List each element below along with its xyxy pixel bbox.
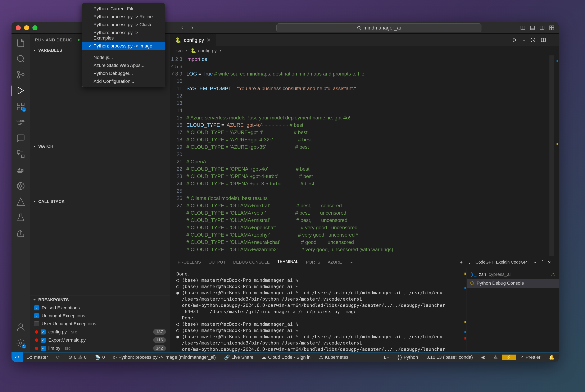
kubernetes-indicator[interactable]: ⚠ Kubernetes bbox=[315, 354, 352, 360]
svg-rect-14 bbox=[17, 107, 20, 110]
search-sidebar-icon[interactable] bbox=[16, 54, 26, 64]
chat-icon[interactable] bbox=[16, 133, 26, 143]
codegpt-action[interactable]: CodeGPT: Explain CodeGPT bbox=[475, 260, 529, 264]
debug-config-dropdown[interactable]: ✓Python: Current File✓Python: process.py… bbox=[82, 3, 165, 87]
dropdown-item[interactable]: Azure Static Web Apps... bbox=[82, 62, 165, 70]
warning-highlighted-icon[interactable]: ⚡ bbox=[502, 354, 516, 360]
close-tab-icon[interactable]: ✕ bbox=[206, 37, 211, 43]
eol-indicator[interactable]: LF bbox=[380, 354, 394, 360]
breakpoint-option[interactable]: User Uncaught Exceptions bbox=[30, 320, 170, 328]
warning-status-icon[interactable]: ⚠ bbox=[490, 354, 502, 360]
terminal-item-zsh[interactable]: ❯_ zsh cypress_ai ⚠ bbox=[467, 270, 559, 279]
dropdown-item[interactable]: ✓Python: Current File bbox=[82, 5, 165, 13]
dropdown-item[interactable]: Add Configuration... bbox=[82, 78, 165, 85]
codegpt-icon[interactable]: CODEGPT bbox=[16, 117, 26, 128]
svg-point-9 bbox=[17, 71, 20, 74]
split-editor-icon[interactable] bbox=[541, 37, 546, 43]
more-terminal-icon[interactable]: ⋯ bbox=[534, 260, 538, 265]
svg-rect-6 bbox=[550, 28, 552, 30]
command-center[interactable]: mindmanager_ai bbox=[276, 24, 482, 32]
breakpoint-option[interactable]: ✓Uncaught Exceptions bbox=[30, 312, 170, 320]
explorer-icon[interactable] bbox=[16, 38, 26, 48]
dropdown-item[interactable]: ✓Python: process.py -> Examples bbox=[82, 29, 165, 42]
tab-ports[interactable]: PORTS bbox=[306, 260, 320, 264]
breakpoint-file[interactable]: ✓ExportMermaid.py116 bbox=[30, 336, 170, 344]
close-window[interactable] bbox=[16, 25, 21, 30]
terminal-list: ❯_ zsh cypress_ai ⚠ ⌬ Python Debug Conso… bbox=[466, 268, 559, 352]
svg-rect-5 bbox=[552, 26, 554, 28]
prettier-indicator[interactable]: ✓ Prettier bbox=[516, 354, 544, 360]
tab-azure[interactable]: AZURE bbox=[328, 260, 342, 264]
remote-indicator[interactable] bbox=[12, 352, 23, 362]
minimize-window[interactable] bbox=[24, 25, 29, 30]
breadcrumb[interactable]: src 🐍 config.py ... bbox=[170, 46, 559, 56]
dropdown-item[interactable]: ✓Python: process.py -> Cluster bbox=[82, 21, 165, 29]
sync-indicator[interactable]: ⟳ bbox=[52, 354, 64, 360]
notifications-icon[interactable]: 🔔 bbox=[544, 354, 559, 360]
watch-section[interactable]: WATCH bbox=[30, 142, 170, 150]
problems-indicator[interactable]: ⊘ 0 ⚠ 0 bbox=[64, 354, 91, 360]
zoom-window[interactable] bbox=[32, 25, 38, 30]
source-control-icon[interactable] bbox=[16, 70, 26, 80]
chevron-right-icon bbox=[219, 49, 222, 53]
svg-point-10 bbox=[17, 76, 20, 78]
dropdown-item[interactable]: ✓Python: process.py -> Image bbox=[82, 42, 165, 50]
start-debug-icon[interactable] bbox=[76, 37, 82, 43]
new-terminal-icon[interactable]: ＋ bbox=[459, 260, 464, 265]
dropdown-item[interactable]: Node.js... bbox=[82, 54, 165, 62]
breakpoint-file[interactable]: ✓llm.pysrc142 bbox=[30, 344, 170, 352]
svg-rect-2 bbox=[530, 26, 534, 30]
breakpoint-file[interactable]: ✓config.pysrc187 bbox=[30, 328, 170, 336]
terminal-item-python-debug[interactable]: ⌬ Python Debug Console bbox=[467, 279, 559, 288]
cloud-code-indicator[interactable]: ☁ Cloud Code - Sign in bbox=[258, 354, 315, 360]
layout-customize-icon[interactable] bbox=[549, 25, 554, 30]
layout-sidebar-right-icon[interactable] bbox=[540, 25, 545, 30]
settings-icon[interactable]: 1 bbox=[16, 338, 26, 348]
close-panel-icon[interactable]: ✕ bbox=[548, 260, 551, 265]
kubernetes-icon[interactable] bbox=[16, 181, 26, 191]
nav-back-icon[interactable] bbox=[180, 25, 185, 30]
run-debug-icon[interactable] bbox=[16, 86, 26, 96]
layout-panel-icon[interactable] bbox=[530, 25, 535, 30]
chevron-down-icon[interactable]: ⌄ bbox=[522, 38, 525, 42]
more-icon[interactable]: ⋯ bbox=[551, 38, 554, 42]
account-icon[interactable] bbox=[16, 322, 26, 332]
tab-terminal[interactable]: TERMINAL bbox=[277, 259, 298, 265]
python-version-indicator[interactable]: 3.10.13 ('base': conda) bbox=[422, 354, 477, 360]
branch-indicator[interactable]: ⎇ master bbox=[23, 354, 52, 360]
svg-rect-17 bbox=[22, 155, 24, 158]
code-editor[interactable]: 1 2 3 4 5 6 7 8 9 10 11 12 13 14 15 16 1… bbox=[170, 56, 559, 256]
chevron-down-icon[interactable]: ⌄ bbox=[468, 260, 471, 265]
nav-forward-icon[interactable] bbox=[190, 25, 195, 30]
maximize-panel-icon[interactable]: ˆ bbox=[542, 260, 543, 264]
history-icon[interactable] bbox=[530, 37, 536, 43]
share-icon[interactable] bbox=[16, 229, 26, 239]
azure-icon[interactable] bbox=[16, 197, 26, 207]
run-file-icon[interactable] bbox=[512, 37, 518, 43]
callstack-section[interactable]: CALL STACK bbox=[30, 198, 170, 206]
tab-problems[interactable]: PROBLEMS bbox=[178, 260, 201, 264]
marker-strip[interactable] bbox=[554, 56, 559, 256]
terminal-content[interactable]: Done. ◯ (base) master@MacBook-Pro mindma… bbox=[170, 268, 464, 352]
panel-tabs: PROBLEMS OUTPUT DEBUG CONSOLE TERMINAL P… bbox=[170, 256, 559, 268]
debug-config-indicator[interactable]: ▷ Python: process.py -> Image (mindmanag… bbox=[109, 354, 220, 360]
editor-tab[interactable]: 🐍 config.py ✕ bbox=[170, 34, 216, 46]
testing-icon[interactable] bbox=[16, 213, 26, 223]
minimap[interactable] bbox=[550, 56, 554, 256]
copilot-icon[interactable]: ◉ bbox=[477, 354, 490, 360]
extensions-icon[interactable]: 1 bbox=[16, 102, 26, 112]
breakpoint-option[interactable]: ✓Raised Exceptions bbox=[30, 304, 170, 312]
code-content[interactable]: import os LOG = True # write source mind… bbox=[186, 56, 550, 256]
language-indicator[interactable]: { } Python bbox=[393, 354, 422, 360]
docker-icon[interactable] bbox=[16, 165, 26, 175]
liveshare-indicator[interactable]: 🔗 Live Share bbox=[220, 354, 258, 360]
dropdown-item[interactable]: ✓Python: process.py -> Refine bbox=[82, 13, 165, 21]
tab-debug-console[interactable]: DEBUG CONSOLE bbox=[233, 260, 270, 264]
dropdown-item[interactable]: Python Debugger... bbox=[82, 70, 165, 78]
layout-sidebar-left-icon[interactable] bbox=[520, 25, 526, 30]
ports-indicator[interactable]: 📡 0 bbox=[91, 354, 109, 360]
more-panels-icon[interactable]: ⋯ bbox=[350, 260, 354, 265]
tab-output[interactable]: OUTPUT bbox=[208, 260, 226, 264]
breakpoints-section[interactable]: BREAKPOINTS bbox=[30, 296, 170, 304]
remote-explorer-icon[interactable] bbox=[16, 149, 26, 159]
